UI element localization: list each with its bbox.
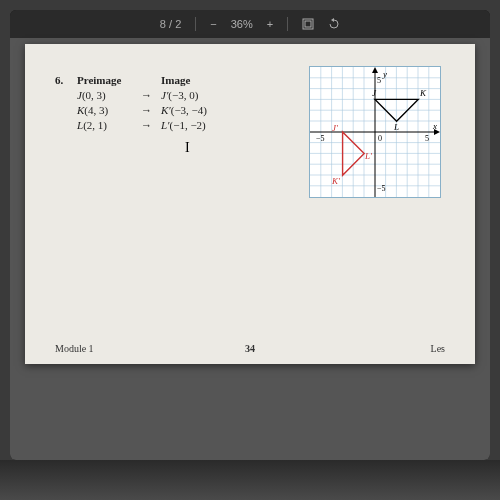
point-label-Lp: L′	[364, 151, 373, 161]
device-bottom-blur	[0, 460, 500, 500]
tick-label: −5	[377, 184, 386, 193]
preimage-header: Preimage	[77, 74, 131, 86]
point-label-J: J	[372, 88, 377, 98]
preimage-column: Preimage J(0, 3) K(4, 3) L(2, 1)	[77, 74, 131, 133]
mapping-columns: Preimage J(0, 3) K(4, 3) L(2, 1) → → → I…	[77, 74, 239, 133]
image-row: J′(−3, 0)	[161, 88, 239, 103]
point-label-K: K	[419, 88, 427, 98]
image-column: Image J′(−3, 0) K′(−3, −4) L′(−1, −2)	[161, 74, 239, 133]
svg-marker-25	[372, 67, 378, 73]
preimage-row: L(2, 1)	[77, 118, 131, 133]
page-number: 34	[245, 343, 255, 354]
preimage-row: J(0, 3)	[77, 88, 131, 103]
image-row: K′(−3, −4)	[161, 103, 239, 118]
point-label-L: L	[393, 122, 399, 132]
image-row: L′(−1, −2)	[161, 118, 239, 133]
preimage-row: K(4, 3)	[77, 103, 131, 118]
maps-to-arrow: →	[137, 103, 155, 118]
image-header: Image	[161, 74, 239, 86]
y-axis-label: y	[382, 69, 387, 79]
zoom-in-button[interactable]: +	[267, 18, 273, 30]
tick-label: −5	[316, 134, 325, 143]
point-label-Kp: K′	[331, 176, 341, 186]
document-page: 6. Preimage J(0, 3) K(4, 3) L(2, 1) → → …	[25, 44, 475, 364]
fit-page-icon[interactable]	[302, 18, 314, 30]
zoom-out-button[interactable]: −	[210, 18, 216, 30]
problem-number: 6.	[55, 74, 73, 133]
document-viewer: 8 / 2 − 36% + 6. Preimage J(0, 3) K(4, 3…	[10, 10, 490, 460]
rotate-icon[interactable]	[328, 18, 340, 30]
svg-rect-1	[305, 21, 311, 27]
grid-svg: y x 5 −5 5 −5 0 J K L J′ K′ L′	[310, 67, 440, 197]
viewer-toolbar: 8 / 2 − 36% +	[10, 10, 490, 39]
origin-label: 0	[378, 134, 382, 143]
maps-to-arrow: →	[137, 118, 155, 133]
toolbar-divider	[195, 17, 196, 31]
text-cursor: I	[185, 140, 190, 156]
x-axis-label: x	[432, 121, 437, 131]
coordinate-grid: y x 5 −5 5 −5 0 J K L J′ K′ L′	[309, 66, 441, 198]
problem-block: 6. Preimage J(0, 3) K(4, 3) L(2, 1) → → …	[55, 74, 239, 133]
page-viewport[interactable]: 6. Preimage J(0, 3) K(4, 3) L(2, 1) → → …	[10, 38, 490, 460]
point-label-Jp: J′	[332, 123, 339, 133]
zoom-level[interactable]: 36%	[231, 18, 253, 30]
tick-label: 5	[425, 134, 429, 143]
maps-to-arrow: →	[137, 88, 155, 103]
arrow-column: → → →	[137, 74, 155, 133]
footer-right: Les	[431, 343, 445, 354]
page-footer: Module 1 34 Les	[25, 343, 475, 354]
footer-left: Module 1	[55, 343, 94, 354]
page-indicator[interactable]: 8 / 2	[160, 18, 181, 30]
tick-label: 5	[377, 76, 381, 85]
toolbar-divider	[287, 17, 288, 31]
